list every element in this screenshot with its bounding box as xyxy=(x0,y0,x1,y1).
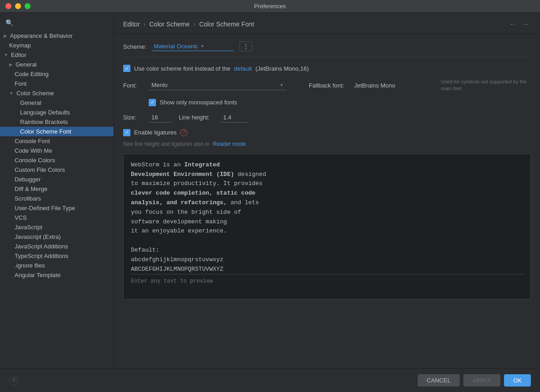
preview-text-input[interactable] xyxy=(131,274,523,288)
sidebar-item-diff-merge[interactable]: Diff & Merge xyxy=(0,184,114,194)
sidebar-item-code-with-me[interactable]: Code With Me xyxy=(0,146,114,155)
sidebar-item-label: JavaScript Additions xyxy=(15,243,68,250)
sidebar-item-label: Console Font xyxy=(15,138,50,144)
sidebar-item-label: Editor xyxy=(11,52,26,58)
info-icon[interactable]: ? xyxy=(180,129,187,136)
expand-arrow-editor: ▼ xyxy=(4,52,8,57)
sidebar-item-font[interactable]: Font xyxy=(0,79,114,88)
sidebar-item-angular-template[interactable]: Angular Template xyxy=(0,270,114,280)
sidebar-item-typescript-additions[interactable]: TypeScript Additions xyxy=(0,251,114,261)
settings-panel: Scheme: Material Oceanic ▼ ⋮ ✓ Use color… xyxy=(114,34,540,368)
expand-arrow-color-scheme: ▼ xyxy=(9,91,14,96)
preview-bold-analysis: analysis, and refactorings, xyxy=(131,199,227,206)
sidebar-item-keymap[interactable]: Keymap xyxy=(0,41,114,50)
breadcrumb-editor[interactable]: Editor xyxy=(123,21,140,28)
sidebar-item-label: Color Scheme Font xyxy=(20,128,71,135)
sidebar-item-scrollbars[interactable]: Scrollbars xyxy=(0,194,114,203)
lineheight-label: Line height: xyxy=(179,114,209,121)
preview-alphabet-lower: abcdefghijklmnopqrstuvwxyz xyxy=(131,256,223,263)
sidebar-item-javascript[interactable]: JavaScript xyxy=(0,222,114,232)
sidebar-item-label: Javascript (Extra) xyxy=(15,233,61,240)
sidebar-item-label: Keymap xyxy=(9,42,31,49)
apply-button[interactable]: APPLY xyxy=(463,374,500,387)
maximize-button[interactable] xyxy=(25,3,31,9)
size-input[interactable] xyxy=(149,113,171,123)
sidebar-item-language-defaults[interactable]: Language Defaults xyxy=(0,108,114,117)
sidebar-item-color-scheme-font[interactable]: Color Scheme Font xyxy=(0,127,114,136)
sidebar-item-javascript-extra[interactable]: Javascript (Extra) xyxy=(0,232,114,242)
sidebar-item-custom-file-colors[interactable]: Custom File Colors xyxy=(0,165,114,175)
lineheight-input[interactable] xyxy=(220,113,248,123)
sidebar-item-console-font[interactable]: Console Font xyxy=(0,136,114,146)
minimize-button[interactable] xyxy=(15,3,21,9)
sidebar-item-label: Console Colors xyxy=(15,157,55,164)
use-color-scheme-label: Use color scheme font instead of the xyxy=(134,65,230,72)
expand-arrow-general: ▶ xyxy=(9,62,13,67)
preview-webstorm-prefix: WebStorm is an xyxy=(131,161,184,168)
expand-arrow-appearance: ▶ xyxy=(4,33,7,38)
sidebar-item-code-editing[interactable]: Code Editing xyxy=(0,69,114,79)
preview-bold-ide: Integrated xyxy=(184,161,220,168)
ok-button[interactable]: OK xyxy=(504,374,531,387)
checkmark-icon: ✓ xyxy=(151,99,155,105)
titlebar: Preferences xyxy=(0,0,540,13)
use-color-scheme-checkbox[interactable]: ✓ xyxy=(123,65,130,72)
sidebar-item-label: Debugger xyxy=(15,176,41,183)
sidebar-item-javascript-additions[interactable]: JavaScript Additions xyxy=(0,242,114,251)
font-value: Menlo xyxy=(151,82,167,88)
close-button[interactable] xyxy=(5,3,11,9)
sidebar-item-label: Rainbow Brackets xyxy=(20,119,68,125)
scheme-dropdown[interactable]: Material Oceanic ▼ xyxy=(152,42,234,51)
preview-default-label: Default: xyxy=(131,247,159,253)
scheme-menu-button[interactable]: ⋮ xyxy=(239,41,252,52)
search-bar: 🔍 xyxy=(0,16,114,29)
sidebar-item-debugger[interactable]: Debugger xyxy=(0,175,114,184)
chevron-down-icon: ▼ xyxy=(280,83,284,88)
sidebar-item-color-scheme[interactable]: ▼ Color Scheme xyxy=(0,88,114,98)
sidebar-item-vcs[interactable]: VCS xyxy=(0,213,114,222)
scheme-row: Scheme: Material Oceanic ▼ ⋮ xyxy=(123,41,531,57)
sidebar-item-cs-general[interactable]: General xyxy=(0,98,114,108)
sidebar-item-editor[interactable]: ▼ Editor xyxy=(0,50,114,60)
reader-mode-link[interactable]: Reader mode xyxy=(213,141,246,147)
breadcrumb-sep-1: › xyxy=(144,21,146,28)
size-row: Size: Line height: xyxy=(123,113,531,123)
ligatures-checkbox[interactable]: ✓ xyxy=(123,129,130,136)
sidebar: 🔍 ▶ Appearance & Behavior Keymap ▼ Edito… xyxy=(0,13,114,368)
size-label: Size: xyxy=(123,114,141,121)
scheme-value: Material Oceanic xyxy=(154,43,198,50)
preview-focus: you focus on the bright side of xyxy=(131,209,241,216)
sidebar-item-ignore-files[interactable]: .ignore files xyxy=(0,261,114,270)
font-dropdown[interactable]: Menlo ▼ xyxy=(149,80,286,90)
monospaced-checkbox[interactable]: ✓ xyxy=(149,99,156,106)
search-icon: 🔍 xyxy=(5,19,13,26)
monospaced-label: Show only monospaced fonts xyxy=(160,99,237,106)
breadcrumb-color-scheme[interactable]: Color Scheme xyxy=(149,21,190,28)
sidebar-item-rainbow-brackets[interactable]: Rainbow Brackets xyxy=(0,117,114,127)
reader-hint: See line height and ligatures also in Re… xyxy=(123,141,531,147)
sidebar-item-console-colors[interactable]: Console Colors xyxy=(0,155,114,165)
reader-hint-text: See line height and ligatures also in xyxy=(123,141,209,147)
default-link[interactable]: default xyxy=(234,65,252,72)
content-area: Editor › Color Scheme › Color Scheme Fon… xyxy=(114,13,540,368)
use-color-scheme-row: ✓ Use color scheme font instead of the d… xyxy=(123,65,531,72)
fallback-input[interactable] xyxy=(351,81,433,90)
preview-maximize: to maximize productivity. It provides xyxy=(131,180,263,187)
main-layout: 🔍 ▶ Appearance & Behavior Keymap ▼ Edito… xyxy=(0,13,540,368)
sidebar-item-user-defined-file-types[interactable]: User-Defined File Type xyxy=(0,203,114,213)
breadcrumb-sep-2: › xyxy=(193,21,196,28)
sidebar-item-label: Code With Me xyxy=(15,147,52,154)
breadcrumb-color-scheme-font: Color Scheme Font xyxy=(199,21,254,28)
nav-back-button[interactable]: ← xyxy=(507,19,518,29)
sidebar-item-appearance[interactable]: ▶ Appearance & Behavior xyxy=(0,31,114,41)
help-icon[interactable]: ? xyxy=(9,377,18,386)
checkmark-icon: ✓ xyxy=(125,66,129,72)
monospaced-row: ✓ Show only monospaced fonts xyxy=(149,99,531,106)
nav-forward-button[interactable]: → xyxy=(520,19,531,29)
cancel-button[interactable]: CANCEL xyxy=(418,374,460,387)
sidebar-item-label: .ignore files xyxy=(15,262,45,269)
sidebar-item-general[interactable]: ▶ General xyxy=(0,60,114,69)
breadcrumb: Editor › Color Scheme › Color Scheme Fon… xyxy=(114,13,540,34)
preview-bold-clever: clever code completion, static code xyxy=(131,190,255,196)
fallback-label: Fallback font: xyxy=(294,82,344,89)
